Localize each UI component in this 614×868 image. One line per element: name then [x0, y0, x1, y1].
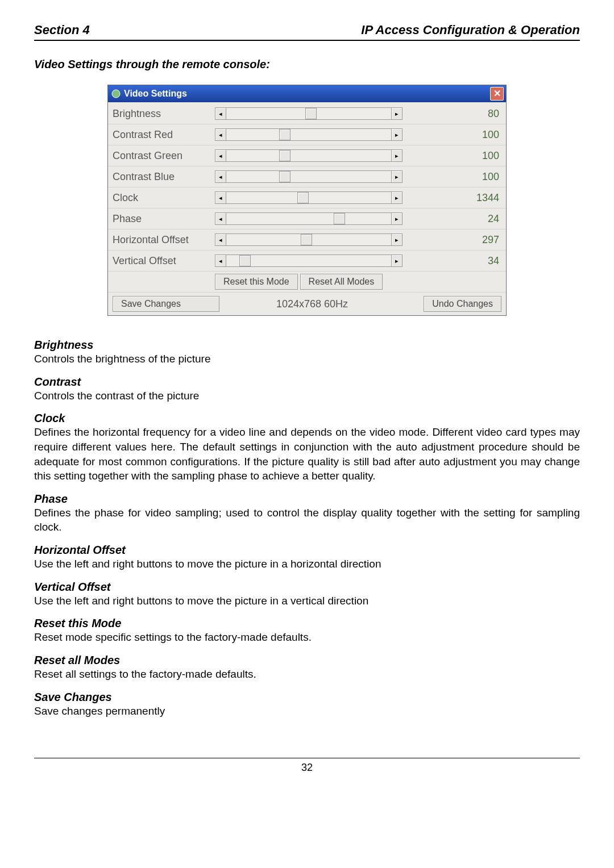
close-button[interactable]: ✕ — [490, 87, 504, 101]
decrease-button[interactable]: ◂ — [215, 254, 226, 267]
slider-contrast-blue[interactable]: ◂ ▸ — [215, 170, 403, 183]
definition-text: Controls the brightness of the picture — [34, 352, 580, 366]
slider-value: 297 — [403, 234, 506, 246]
increase-button[interactable]: ▸ — [391, 170, 403, 183]
definition-item: Save Changes Save changes permanently — [34, 691, 580, 719]
increase-button[interactable]: ▸ — [391, 149, 403, 162]
slider-thumb[interactable] — [279, 129, 291, 140]
definition-term: Reset this Mode — [34, 617, 580, 630]
slider-thumb[interactable] — [239, 255, 251, 266]
slider-row: Clock ◂ ▸ 1344 — [108, 187, 506, 208]
decrease-button[interactable]: ◂ — [215, 233, 226, 246]
slider-track[interactable] — [226, 254, 391, 267]
definition-term: Clock — [34, 412, 580, 425]
dialog-body: Brightness ◂ ▸ 80 Contrast Red ◂ ▸ — [108, 102, 506, 315]
header-section: Section 4 — [34, 23, 90, 37]
slider-vertical-offset[interactable]: ◂ ▸ — [215, 254, 403, 267]
definition-item: Reset all Modes Reset all settings to th… — [34, 654, 580, 682]
slider-clock[interactable]: ◂ ▸ — [215, 191, 403, 204]
slider-label: Clock — [108, 192, 215, 204]
definition-text: Controls the contrast of the picture — [34, 389, 580, 403]
dialog-bottom-row: Save Changes 1024x768 60Hz Undo Changes — [108, 293, 506, 315]
slider-track[interactable] — [226, 233, 391, 246]
app-icon — [111, 89, 121, 98]
slider-contrast-red[interactable]: ◂ ▸ — [215, 128, 403, 141]
increase-button[interactable]: ▸ — [391, 212, 403, 225]
definitions-list: Brightness Controls the brightness of th… — [34, 339, 580, 718]
slider-label: Contrast Blue — [108, 171, 215, 183]
increase-button[interactable]: ▸ — [391, 191, 403, 204]
dialog-title-text: Video Settings — [124, 89, 187, 99]
decrease-button[interactable]: ◂ — [215, 212, 226, 225]
slider-horizontal-offset[interactable]: ◂ ▸ — [215, 233, 403, 246]
definition-term: Phase — [34, 493, 580, 506]
slider-track[interactable] — [226, 107, 391, 120]
slider-row: Vertical Offset ◂ ▸ 34 — [108, 251, 506, 272]
increase-button[interactable]: ▸ — [391, 107, 403, 120]
definition-text: Use the left and right buttons to move t… — [34, 557, 580, 571]
slider-row: Contrast Blue ◂ ▸ 100 — [108, 166, 506, 187]
resolution-label: 1024x768 60Hz — [219, 298, 405, 310]
slider-brightness[interactable]: ◂ ▸ — [215, 107, 403, 120]
definition-item: Contrast Controls the contrast of the pi… — [34, 375, 580, 403]
slider-row: Horizontal Offset ◂ ▸ 297 — [108, 229, 506, 251]
increase-button[interactable]: ▸ — [391, 233, 403, 246]
definition-term: Reset all Modes — [34, 654, 580, 667]
slider-thumb[interactable] — [334, 213, 345, 224]
slider-row: Phase ◂ ▸ 24 — [108, 208, 506, 229]
dialog-title: Video Settings — [111, 89, 187, 99]
slider-phase[interactable]: ◂ ▸ — [215, 212, 403, 225]
decrease-button[interactable]: ◂ — [215, 191, 226, 204]
slider-thumb[interactable] — [297, 192, 309, 203]
definition-text: Reset all settings to the factory-made d… — [34, 667, 580, 682]
slider-track[interactable] — [226, 149, 391, 162]
reset-button-row: Reset this Mode Reset All Modes — [108, 272, 506, 293]
slider-label: Horizontal Offset — [108, 234, 215, 246]
undo-changes-button[interactable]: Undo Changes — [424, 296, 501, 312]
dialog-titlebar[interactable]: Video Settings ✕ — [108, 85, 506, 102]
page-number: 32 — [301, 762, 313, 773]
definition-item: Reset this Mode Reset mode specific sett… — [34, 617, 580, 645]
slider-thumb[interactable] — [301, 234, 312, 245]
decrease-button[interactable]: ◂ — [215, 170, 226, 183]
definition-text: Defines the horizontal frequency for a v… — [34, 425, 580, 483]
definition-item: Clock Defines the horizontal frequency f… — [34, 412, 580, 483]
slider-value: 1344 — [403, 192, 506, 204]
close-icon: ✕ — [493, 89, 501, 98]
increase-button[interactable]: ▸ — [391, 254, 403, 267]
reset-this-mode-button[interactable]: Reset this Mode — [215, 274, 298, 290]
page-header: Section 4 IP Access Configuration & Oper… — [34, 23, 580, 41]
definition-term: Contrast — [34, 375, 580, 389]
definition-term: Brightness — [34, 339, 580, 352]
definition-text: Reset mode specific settings to the fact… — [34, 630, 580, 645]
definition-item: Phase Defines the phase for video sampli… — [34, 493, 580, 535]
slider-track[interactable] — [226, 128, 391, 141]
slider-thumb[interactable] — [279, 150, 291, 161]
slider-track[interactable] — [226, 170, 391, 183]
slider-row: Contrast Red ◂ ▸ 100 — [108, 124, 506, 145]
definition-item: Brightness Controls the brightness of th… — [34, 339, 580, 366]
header-title: IP Access Configuration & Operation — [361, 23, 580, 37]
slider-label: Contrast Red — [108, 129, 215, 141]
slider-track[interactable] — [226, 212, 391, 225]
slider-contrast-green[interactable]: ◂ ▸ — [215, 149, 403, 162]
slider-thumb[interactable] — [279, 171, 291, 182]
definition-text: Defines the phase for video sampling; us… — [34, 506, 580, 535]
reset-all-modes-button[interactable]: Reset All Modes — [300, 274, 383, 290]
slider-thumb[interactable] — [305, 108, 317, 119]
slider-value: 34 — [403, 255, 506, 267]
decrease-button[interactable]: ◂ — [215, 107, 226, 120]
video-settings-dialog: Video Settings ✕ Brightness ◂ ▸ 80 — [107, 85, 507, 316]
definition-item: Horizontal Offset Use the left and right… — [34, 544, 580, 571]
figure-caption: Video Settings through the remote consol… — [34, 58, 580, 71]
definition-term: Save Changes — [34, 691, 580, 704]
increase-button[interactable]: ▸ — [391, 128, 403, 141]
slider-label: Vertical Offset — [108, 255, 215, 267]
decrease-button[interactable]: ◂ — [215, 128, 226, 141]
decrease-button[interactable]: ◂ — [215, 149, 226, 162]
save-changes-button[interactable]: Save Changes — [113, 296, 219, 312]
definition-item: Vertical Offset Use the left and right b… — [34, 581, 580, 608]
slider-track[interactable] — [226, 191, 391, 204]
slider-label: Brightness — [108, 108, 215, 120]
definition-text: Use the left and right buttons to move t… — [34, 594, 580, 608]
